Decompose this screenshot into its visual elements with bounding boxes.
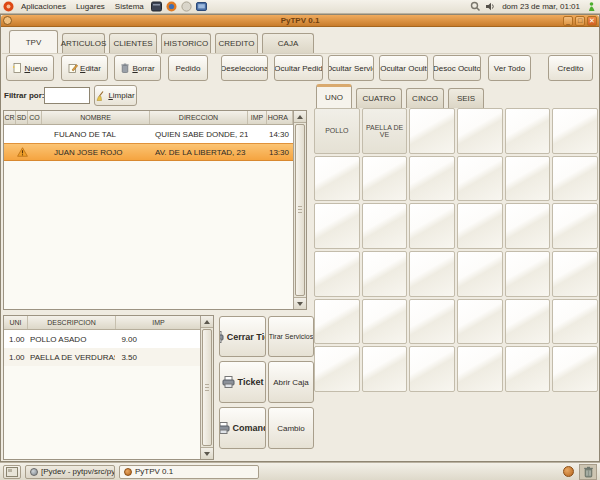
product-button-empty[interactable] — [409, 156, 455, 202]
scroll-down-arrow[interactable] — [201, 447, 213, 459]
product-button-empty[interactable] — [505, 203, 551, 249]
product-button-empty[interactable] — [505, 108, 551, 154]
titlebar[interactable]: PyTPV 0.1 _ □ ✕ — [1, 15, 599, 27]
taskbar-window-pydev[interactable]: [Pydev - pytpv/src/pyt.... — [25, 465, 115, 479]
display-launcher-icon[interactable] — [196, 1, 207, 12]
product-button-empty[interactable] — [457, 299, 503, 345]
tab-tpv[interactable]: TPV — [9, 30, 58, 53]
product-button-empty[interactable] — [552, 156, 598, 202]
credito-button[interactable]: Credito — [548, 55, 593, 81]
show-desktop-button[interactable] — [3, 465, 21, 479]
ticket-button[interactable]: Ticket — [219, 361, 266, 403]
column-header-imp[interactable]: IMP — [116, 316, 202, 329]
tab-seis[interactable]: SEIS — [448, 88, 484, 108]
column-header-cr[interactable]: CR — [4, 111, 16, 124]
menu-sistema[interactable]: Sistema — [112, 2, 147, 11]
product-button-empty[interactable] — [409, 251, 455, 297]
limpiar-button[interactable]: Limpiar — [94, 85, 137, 106]
product-button-empty[interactable] — [409, 203, 455, 249]
orders-scrollbar[interactable] — [293, 111, 306, 309]
product-button-empty[interactable] — [362, 299, 408, 345]
product-button-empty[interactable] — [457, 108, 503, 154]
tab-cuatro[interactable]: CUATRO — [356, 88, 402, 108]
product-button-empty[interactable] — [457, 156, 503, 202]
scroll-up-arrow[interactable] — [294, 111, 306, 123]
product-button-empty[interactable] — [409, 346, 455, 392]
maximize-button[interactable]: □ — [575, 16, 585, 26]
product-button-empty[interactable] — [314, 156, 360, 202]
column-header-sd[interactable]: SD — [16, 111, 28, 124]
ticket-scrollbar[interactable] — [200, 316, 213, 459]
clock[interactable]: dom 23 de mar, 01:01 — [500, 2, 582, 11]
product-button-empty[interactable] — [552, 108, 598, 154]
desocultar-button[interactable]: Desoc Oculto — [433, 55, 481, 81]
column-header-uni[interactable]: UNI — [4, 316, 28, 329]
product-button-pollo[interactable]: POLLO — [314, 108, 360, 154]
terminal-launcher-icon[interactable] — [151, 1, 162, 12]
column-header-descripcion[interactable]: DESCRIPCION — [28, 316, 116, 329]
help-launcher-icon[interactable] — [181, 1, 192, 12]
column-header-hora[interactable]: HORA — [267, 111, 293, 124]
borrar-button[interactable]: Borrar — [114, 55, 161, 81]
product-button-empty[interactable] — [362, 346, 408, 392]
product-button-empty[interactable] — [552, 203, 598, 249]
tab-caja[interactable]: CAJA — [262, 33, 314, 53]
product-button-empty[interactable] — [457, 346, 503, 392]
volume-icon[interactable] — [485, 1, 496, 12]
minimize-button[interactable]: _ — [563, 16, 573, 26]
editar-button[interactable]: Editar — [61, 55, 108, 81]
comanda-button[interactable]: Comand — [219, 407, 266, 449]
product-button-empty[interactable] — [552, 251, 598, 297]
trash-applet[interactable] — [579, 464, 597, 480]
product-button-empty[interactable] — [409, 108, 455, 154]
nuevo-button[interactable]: Nuevo — [6, 55, 54, 81]
cerrar-ticket-button[interactable]: Cerrar Tick — [219, 316, 266, 357]
ticket-row-pollo[interactable]: 1.00 POLLO ASADO 9.00 — [4, 330, 201, 348]
order-row-juan-selected[interactable]: JUAN JOSE ROJO AV. DE LA LIBERTAD, 23 13… — [4, 143, 293, 161]
product-button-empty[interactable] — [314, 346, 360, 392]
menu-aplicaciones[interactable]: Aplicaciones — [18, 2, 69, 11]
filter-input[interactable] — [44, 87, 90, 104]
product-button-empty[interactable] — [457, 251, 503, 297]
tirar-servicios-button[interactable]: Tirar Servicios — [268, 316, 314, 357]
product-button-empty[interactable] — [314, 203, 360, 249]
tab-historico[interactable]: HISTORICO — [161, 33, 211, 53]
tab-uno[interactable]: UNO — [316, 84, 352, 108]
scroll-up-arrow[interactable] — [201, 316, 213, 328]
taskbar-window-pytpv[interactable]: PyTPV 0.1 — [119, 465, 259, 479]
search-icon[interactable] — [470, 1, 481, 12]
status-icon[interactable] — [586, 1, 597, 12]
column-header-imp[interactable]: IMP — [248, 111, 267, 124]
close-button[interactable]: ✕ — [587, 16, 597, 26]
ver-todo-button[interactable]: Ver Todo — [488, 55, 531, 81]
scroll-thumb[interactable] — [295, 124, 305, 296]
product-button-empty[interactable] — [362, 156, 408, 202]
product-button-empty[interactable] — [505, 299, 551, 345]
pedido-button[interactable]: Pedido — [168, 55, 208, 81]
browser-launcher-icon[interactable] — [166, 1, 177, 12]
column-header-direccion[interactable]: DIRECCION — [150, 111, 248, 124]
product-button-empty[interactable] — [505, 346, 551, 392]
tray-app-icon[interactable] — [563, 466, 574, 477]
tab-clientes[interactable]: CLIENTES — [109, 33, 157, 53]
tab-articulos[interactable]: ARTICULOS — [62, 33, 105, 53]
product-button-empty[interactable] — [409, 299, 455, 345]
product-button-empty[interactable] — [505, 156, 551, 202]
distro-logo-icon[interactable] — [3, 1, 14, 12]
product-button-empty[interactable] — [552, 299, 598, 345]
ticket-row-paella[interactable]: 1.00 PAELLA DE VERDURAS 3.50 — [4, 348, 201, 366]
product-button-empty[interactable] — [362, 251, 408, 297]
product-button-empty[interactable] — [314, 251, 360, 297]
deselecciona-button[interactable]: Deselecciona — [221, 55, 268, 81]
tab-credito[interactable]: CREDITO — [215, 33, 258, 53]
ocultar-pedido-button[interactable]: Ocultar Pedid — [274, 55, 323, 81]
cambio-button[interactable]: Cambio — [268, 407, 314, 449]
product-button-empty[interactable] — [457, 203, 503, 249]
column-header-nombre[interactable]: NOMBRE — [42, 111, 150, 124]
product-button-paella-de-ve[interactable]: PAELLA DE VE — [362, 108, 408, 154]
abrir-caja-button[interactable]: Abrir Caja — [268, 361, 314, 403]
scroll-thumb[interactable] — [202, 329, 212, 446]
order-row-fulano[interactable]: FULANO DE TAL QUIEN SABE DONDE, 21 14:30 — [4, 125, 293, 143]
tab-cinco[interactable]: CINCO — [406, 88, 444, 108]
ocultar-servidos-button[interactable]: Ocultar Servic — [328, 55, 374, 81]
